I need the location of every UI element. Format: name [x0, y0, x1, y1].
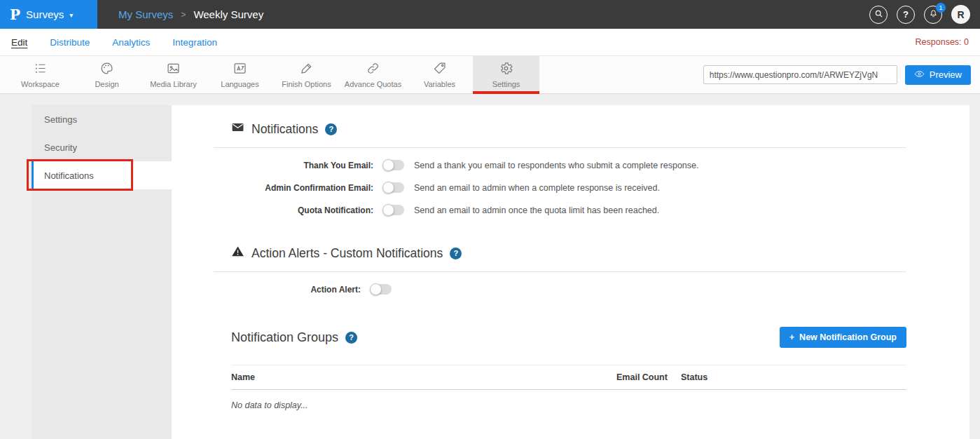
sidebar-item-label: Notifications	[44, 170, 94, 181]
search-icon	[874, 9, 883, 20]
notification-groups-title: Notification Groups ?	[231, 330, 357, 345]
quota-notification-toggle[interactable]	[383, 205, 404, 215]
brand-surveys-menu[interactable]: P Surveys ▾	[0, 0, 97, 29]
row-description: Send an email to admin once the quota li…	[414, 205, 659, 215]
sidebar-item-label: Security	[44, 142, 77, 153]
toolbar-right: Preview	[703, 56, 980, 93]
survey-nav-tabs: Edit Distribute Analytics Integration Re…	[0, 29, 980, 56]
sidebar-item-settings[interactable]: Settings	[32, 105, 172, 133]
breadcrumb-my-surveys[interactable]: My Surveys	[118, 8, 173, 20]
settings-sidebar: Settings Security Notifications	[32, 105, 172, 439]
quota-notification-row: Quota Notification: Send an email to adm…	[214, 205, 906, 215]
column-header-status: Status	[681, 372, 906, 382]
row-label: Action Alert:	[214, 285, 361, 295]
brush-icon	[299, 61, 314, 77]
preview-label: Preview	[930, 69, 962, 80]
tab-integration[interactable]: Integration	[172, 37, 217, 48]
tool-label: Design	[95, 80, 118, 88]
help-icon: ?	[903, 9, 909, 20]
action-alert-toggle[interactable]	[371, 284, 392, 295]
tool-advance-quotas[interactable]: Advance Quotas	[340, 56, 406, 93]
admin-confirmation-email-row: Admin Confirmation Email: Send an email …	[214, 182, 906, 193]
help-icon[interactable]: ?	[345, 332, 357, 344]
breadcrumb: My Surveys > Weekly Survey	[118, 8, 263, 20]
sidebar-item-notifications[interactable]: Notifications	[32, 161, 172, 189]
search-button[interactable]	[869, 6, 888, 24]
row-description: Send an email to admin when a complete r…	[414, 183, 660, 193]
notification-count-badge: 1	[936, 3, 946, 13]
divider	[214, 147, 906, 148]
tool-label: Advance Quotas	[345, 80, 401, 88]
action-alert-row: Action Alert:	[214, 284, 906, 295]
palette-icon	[99, 61, 114, 77]
annotation-settings-underline	[473, 91, 539, 94]
action-alerts-section: Action Alerts - Custom Notifications ? A…	[214, 245, 906, 295]
notification-groups-header: Notification Groups ? + New Notification…	[214, 327, 906, 348]
new-notification-group-button[interactable]: + New Notification Group	[780, 327, 906, 348]
topbar-actions: ? 1 R	[869, 5, 980, 24]
section-title: Action Alerts - Custom Notifications	[251, 246, 443, 261]
toggle-knob	[382, 159, 394, 171]
tab-analytics[interactable]: Analytics	[112, 37, 150, 48]
tool-label: Workspace	[21, 80, 60, 88]
survey-url-input[interactable]	[703, 65, 897, 84]
toggle-knob	[370, 283, 382, 295]
help-icon[interactable]: ?	[450, 248, 462, 259]
notifications-bell-button[interactable]: 1	[924, 6, 942, 24]
sidebar-item-label: Settings	[44, 114, 77, 125]
toggle-knob	[382, 204, 394, 216]
notifications-panel: Notifications ? Thank You Email: Send a …	[172, 105, 969, 439]
content-area: Settings Security Notifications Notifica…	[0, 94, 980, 439]
thank-you-email-toggle[interactable]	[383, 160, 404, 170]
tool-label: Settings	[492, 80, 520, 88]
tool-label: Variables	[424, 80, 455, 88]
gear-icon	[499, 61, 513, 77]
tool-label: Languages	[221, 80, 258, 88]
responses-count: Responses: 0	[916, 37, 969, 47]
notifications-section-heading: Notifications ?	[231, 121, 906, 137]
avatar[interactable]: R	[951, 5, 970, 24]
tool-finish-options[interactable]: Finish Options	[273, 56, 340, 93]
row-label: Thank You Email:	[214, 161, 373, 170]
tool-design[interactable]: Design	[74, 56, 140, 93]
tool-languages[interactable]: Languages	[207, 56, 273, 93]
column-header-name: Name	[231, 372, 616, 382]
preview-button[interactable]: Preview	[905, 65, 971, 85]
tag-icon	[432, 61, 447, 77]
section-title: Notification Groups	[231, 330, 338, 345]
workspace-list-icon	[33, 61, 48, 77]
row-description: Send a thank you email to respondents wh…	[414, 161, 699, 170]
action-alerts-heading: Action Alerts - Custom Notifications ?	[231, 245, 906, 262]
warning-icon	[231, 245, 244, 262]
toggle-knob	[382, 182, 394, 194]
section-title: Notifications	[251, 122, 318, 137]
tool-media-library[interactable]: Media Library	[140, 56, 207, 93]
translate-icon	[233, 61, 247, 77]
breadcrumb-current-survey: Weekly Survey	[193, 8, 263, 20]
empty-state-text: No data to display...	[231, 390, 906, 421]
chevron-down-icon: ▾	[69, 11, 73, 19]
tool-workspace[interactable]: Workspace	[7, 56, 74, 93]
table-header-row: Name Email Count Status	[231, 365, 906, 390]
sidebar-item-security[interactable]: Security	[32, 133, 172, 161]
admin-confirmation-email-toggle[interactable]	[383, 182, 404, 193]
tool-label: Finish Options	[282, 80, 331, 88]
tool-label: Media Library	[150, 80, 197, 88]
row-label: Admin Confirmation Email:	[214, 183, 373, 193]
eye-icon	[914, 69, 925, 81]
notification-toggle-rows: Thank You Email: Send a thank you email …	[214, 160, 906, 215]
action-alert-rows: Action Alert:	[214, 284, 906, 295]
tab-edit[interactable]: Edit	[11, 37, 27, 48]
tool-variables[interactable]: Variables	[406, 56, 473, 93]
help-icon[interactable]: ?	[325, 123, 337, 135]
thank-you-email-row: Thank You Email: Send a thank you email …	[214, 160, 906, 170]
button-label: New Notification Group	[799, 332, 897, 342]
tool-settings[interactable]: Settings	[473, 56, 539, 93]
row-label: Quota Notification:	[214, 205, 373, 215]
column-header-email-count: Email Count	[616, 372, 681, 382]
brand-label: Surveys	[26, 8, 64, 20]
image-icon	[166, 61, 181, 77]
tab-distribute[interactable]: Distribute	[50, 37, 90, 48]
breadcrumb-separator: >	[181, 10, 186, 20]
help-button[interactable]: ?	[897, 6, 915, 24]
